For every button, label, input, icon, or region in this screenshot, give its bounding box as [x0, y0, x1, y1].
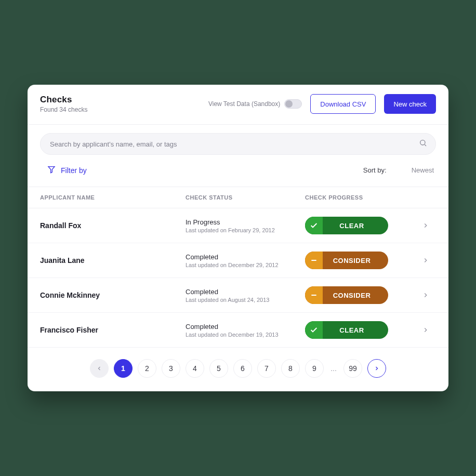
- search-icon: [419, 139, 427, 149]
- new-check-button[interactable]: New check: [384, 94, 436, 114]
- page-last-button[interactable]: 99: [343, 359, 362, 378]
- check-progress: CLEAR: [305, 217, 415, 234]
- page-prev-button[interactable]: [90, 359, 109, 378]
- filter-by-button[interactable]: Filter by: [42, 163, 92, 177]
- pagination: 123456789 ... 99: [28, 348, 448, 391]
- header: Checks Found 34 checks View Test Data (S…: [28, 85, 448, 125]
- table-body: Randall Fox In Progress Last updated on …: [28, 208, 448, 348]
- check-status: Completed Last updated on August 24, 201…: [186, 288, 305, 303]
- toolbar: Filter by Sort by: Newest: [28, 125, 448, 187]
- sort-value[interactable]: Newest: [412, 166, 434, 174]
- minus-icon: [305, 252, 323, 269]
- check-status: Completed Last updated on December 29, 2…: [186, 253, 305, 268]
- progress-label: CONSIDER: [323, 257, 388, 265]
- svg-line-1: [425, 144, 426, 146]
- row-chevron-icon: [415, 222, 436, 229]
- progress-pill: CONSIDER: [305, 286, 388, 304]
- page-2-button[interactable]: 2: [138, 359, 156, 378]
- page-1-button[interactable]: 1: [114, 359, 133, 378]
- progress-pill: CLEAR: [305, 321, 388, 339]
- svg-marker-2: [48, 167, 55, 173]
- table-row[interactable]: Francisco Fisher Completed Last updated …: [28, 313, 448, 348]
- page-6-button[interactable]: 6: [233, 359, 252, 378]
- row-chevron-icon: [415, 326, 436, 334]
- row-chevron-icon: [415, 292, 436, 299]
- results-count: Found 34 checks: [40, 106, 87, 113]
- check-icon: [305, 217, 323, 234]
- page-3-button[interactable]: 3: [162, 359, 180, 378]
- check-status: Completed Last updated on December 19, 2…: [186, 323, 305, 338]
- last-updated: Last updated on February 29, 2012: [186, 227, 305, 233]
- sandbox-toggle[interactable]: [284, 99, 302, 109]
- applicant-name: Juanita Lane: [40, 256, 186, 265]
- table-row[interactable]: Randall Fox In Progress Last updated on …: [28, 208, 448, 243]
- svg-point-0: [420, 140, 425, 145]
- page-5-button[interactable]: 5: [209, 359, 228, 378]
- applicant-name: Francisco Fisher: [40, 326, 186, 334]
- row-chevron-icon: [415, 257, 436, 264]
- check-progress: CLEAR: [305, 321, 415, 339]
- page-7-button[interactable]: 7: [257, 359, 276, 378]
- filter-icon: [47, 165, 56, 175]
- search-field[interactable]: [40, 133, 436, 155]
- progress-pill: CLEAR: [305, 217, 388, 234]
- filter-sort-bar: Filter by Sort by: Newest: [40, 163, 436, 187]
- filter-label: Filter by: [61, 166, 87, 175]
- page-next-button[interactable]: [367, 359, 386, 378]
- progress-label: CONSIDER: [323, 292, 388, 299]
- status-text: Completed: [186, 288, 305, 296]
- progress-label: CLEAR: [323, 326, 388, 334]
- progress-pill: CONSIDER: [305, 252, 388, 269]
- check-progress: CONSIDER: [305, 252, 415, 269]
- column-check-progress: CHECK PROGRESS: [305, 194, 415, 201]
- page-ellipsis: ...: [329, 364, 338, 373]
- minus-icon: [305, 286, 323, 304]
- table-row[interactable]: Connie Mckinney Completed Last updated o…: [28, 278, 448, 313]
- sandbox-label: View Test Data (Sandbox): [208, 100, 280, 108]
- progress-label: CLEAR: [323, 222, 388, 230]
- last-updated: Last updated on December 19, 2013: [186, 332, 305, 338]
- page-8-button[interactable]: 8: [281, 359, 300, 378]
- applicant-name: Connie Mckinney: [40, 291, 186, 299]
- table-row[interactable]: Juanita Lane Completed Last updated on D…: [28, 243, 448, 278]
- header-title-group: Checks Found 34 checks: [40, 95, 87, 113]
- page-4-button[interactable]: 4: [186, 359, 204, 378]
- sort-control: Sort by: Newest: [363, 166, 434, 174]
- search-input[interactable]: [50, 140, 411, 148]
- page-title: Checks: [40, 95, 87, 105]
- check-icon: [305, 321, 323, 339]
- check-status: In Progress Last updated on February 29,…: [186, 218, 305, 233]
- check-progress: CONSIDER: [305, 286, 415, 304]
- sandbox-toggle-group: View Test Data (Sandbox): [208, 99, 302, 109]
- status-text: In Progress: [186, 218, 305, 226]
- page-9-button[interactable]: 9: [305, 359, 324, 378]
- sort-label: Sort by:: [363, 166, 387, 174]
- column-check-status: CHECK STATUS: [186, 194, 305, 201]
- last-updated: Last updated on December 29, 2012: [186, 262, 305, 268]
- applicant-name: Randall Fox: [40, 221, 186, 230]
- status-text: Completed: [186, 253, 305, 261]
- last-updated: Last updated on August 24, 2013: [186, 297, 305, 303]
- download-csv-button[interactable]: Download CSV: [310, 94, 376, 114]
- column-applicant-name: APPLICANT NAME: [40, 194, 186, 201]
- table-header: APPLICANT NAME CHECK STATUS CHECK PROGRE…: [28, 187, 448, 208]
- status-text: Completed: [186, 323, 305, 330]
- checks-panel: Checks Found 34 checks View Test Data (S…: [28, 85, 448, 391]
- header-actions: View Test Data (Sandbox) Download CSV Ne…: [208, 94, 436, 114]
